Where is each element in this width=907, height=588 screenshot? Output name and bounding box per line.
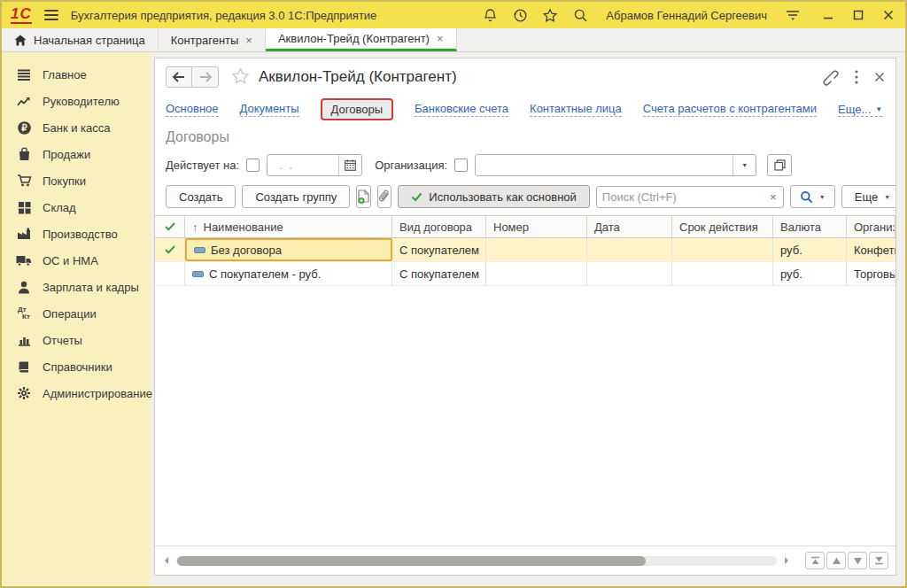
favorite-star-icon[interactable] <box>231 67 250 88</box>
contracts-table: ↑ Наименование Вид договора Номер Дата С… <box>155 215 895 286</box>
organization-input[interactable] <box>476 159 733 172</box>
sidebar-item-operatsii[interactable]: ДтКт Операции <box>2 300 151 327</box>
service-menu-icon[interactable] <box>785 7 801 23</box>
notifications-bell-icon[interactable] <box>482 7 498 23</box>
attachments-paperclip-icon[interactable] <box>377 185 391 208</box>
sidebar-item-glavnoe[interactable]: Главное <box>2 61 151 88</box>
sidebar-item-label: Руководителю <box>43 95 120 108</box>
calendar-icon[interactable] <box>338 155 361 175</box>
sidebar-item-spravochniki[interactable]: Справочники <box>2 353 151 380</box>
current-user[interactable]: Абрамов Геннадий Сергеевич <box>606 9 767 22</box>
search-icon <box>800 190 813 204</box>
column-header-term[interactable]: Срок действия <box>672 216 773 237</box>
minimize-button[interactable] <box>820 7 836 23</box>
more-menu-kebab-icon[interactable] <box>855 70 858 84</box>
sidebar-item-sklad[interactable]: Склад <box>2 194 151 220</box>
cell-value: руб. <box>780 244 802 257</box>
navlink-scheta-raschetov[interactable]: Счета расчетов с контрагентами <box>643 102 817 118</box>
home-icon <box>14 35 27 46</box>
sidebar-item-rukovoditelyu[interactable]: Руководителю <box>2 88 151 114</box>
dropdown-arrow-icon[interactable]: ▼ <box>733 155 756 175</box>
forward-button[interactable] <box>192 66 219 88</box>
navlink-osnovnoe[interactable]: Основное <box>166 102 219 118</box>
column-header-currency[interactable]: Валюта <box>773 216 847 237</box>
search-input[interactable] <box>597 190 764 204</box>
column-header-number[interactable]: Номер <box>486 216 587 237</box>
sidebar-item-bank-i-kassa[interactable]: ₽ Банк и касса <box>2 114 151 141</box>
maximize-button[interactable] <box>850 7 866 23</box>
tab-close-icon[interactable]: × <box>245 34 252 47</box>
contract-currency-cell: руб. <box>773 262 847 285</box>
contract-date-cell <box>587 262 672 285</box>
column-header-name[interactable]: ↑ Наименование <box>185 216 392 237</box>
create-button[interactable]: Создать <box>166 185 236 208</box>
window-title: Бухгалтерия предприятия, редакция 3.0 1С… <box>71 9 377 22</box>
column-header-kind[interactable]: Вид договора <box>392 216 486 237</box>
close-window-button[interactable] <box>880 7 896 23</box>
copy-item-button[interactable] <box>356 185 371 208</box>
navlink-more[interactable]: Еще... ▼ <box>838 103 882 117</box>
horizontal-scrollbar-thumb[interactable] <box>177 556 646 566</box>
use-as-main-toggle[interactable]: Использовать как основной <box>398 185 590 208</box>
create-group-button[interactable]: Создать группу <box>242 185 350 208</box>
tab-home[interactable]: Начальная страница <box>2 28 159 51</box>
more-actions-button[interactable]: Еще ▼ <box>841 185 896 208</box>
contractor-form-panel: Аквилон-Трейд (Контрагент) <box>154 58 896 576</box>
create-group-label: Создать группу <box>255 190 337 204</box>
sidebar-item-zarplata-i-kadry[interactable]: Зарплата и кадры <box>2 274 151 300</box>
back-button[interactable] <box>166 66 192 88</box>
close-form-icon[interactable] <box>874 72 885 82</box>
sidebar-item-proizvodstvo[interactable]: Производство <box>2 220 151 247</box>
favorites-star-icon[interactable] <box>542 7 558 23</box>
contract-org-cell: Торговый дом <box>847 262 895 285</box>
dtkt-icon: ДтКт <box>16 306 32 321</box>
global-search-icon[interactable] <box>572 7 588 23</box>
clear-search-icon[interactable]: × <box>764 187 783 207</box>
check-icon <box>165 222 175 231</box>
navlink-bankovskie-scheta[interactable]: Банковские счета <box>415 102 508 118</box>
sidebar-item-label: Покупки <box>43 174 86 188</box>
book-icon <box>16 359 32 375</box>
tab-close-icon[interactable]: × <box>437 32 444 45</box>
choose-from-list-icon[interactable] <box>767 154 792 176</box>
next-page-button[interactable] <box>848 552 867 569</box>
table-row[interactable]: Без договора С покупателем руб. Конфетпр… <box>155 238 895 262</box>
is-main-column-header[interactable] <box>155 216 185 237</box>
search-options-button[interactable]: ▼ <box>790 185 835 208</box>
tab-akvilon-treid[interactable]: Аквилон-Трейд (Контрагент) × <box>266 28 457 51</box>
previous-page-button[interactable] <box>826 552 846 569</box>
truck-icon <box>16 252 32 268</box>
scroll-left-icon[interactable] <box>162 557 171 564</box>
scroll-right-icon[interactable] <box>782 557 791 564</box>
sidebar-item-otchety[interactable]: Отчеты <box>2 327 151 353</box>
go-to-last-button[interactable] <box>869 552 888 569</box>
navlink-dogovory-highlighted[interactable]: Договоры <box>321 98 393 120</box>
contract-name-cell[interactable]: С покупателем - руб. <box>185 262 392 285</box>
app-window: 1С Бухгалтерия предприятия, редакция 3.0… <box>0 0 907 588</box>
go-to-first-button[interactable] <box>805 552 825 569</box>
table-row[interactable]: С покупателем - руб. С покупателем руб. … <box>155 262 895 286</box>
column-header-date[interactable]: Дата <box>587 216 672 237</box>
navlink-dokumenty[interactable]: Документы <box>240 102 299 118</box>
sort-ascending-icon: ↑ <box>192 220 198 234</box>
horizontal-scrollbar-track[interactable] <box>176 556 777 566</box>
get-link-icon[interactable] <box>822 69 839 86</box>
column-header-organization[interactable]: Организация <box>847 216 895 237</box>
horizontal-scrollbar-row <box>155 545 895 575</box>
history-icon[interactable] <box>512 7 528 23</box>
valid-on-checkbox[interactable] <box>246 159 260 172</box>
contract-number-cell <box>486 262 587 285</box>
navlink-kontaktnye-litsa[interactable]: Контактные лица <box>530 102 622 118</box>
tab-kontragenty[interactable]: Контрагенты × <box>159 28 266 51</box>
organization-checkbox[interactable] <box>454 159 468 172</box>
contract-name-cell-selected[interactable]: Без договора <box>185 238 392 261</box>
main-menu-icon[interactable] <box>44 10 58 20</box>
titlebar: 1С Бухгалтерия предприятия, редакция 3.0… <box>2 2 905 28</box>
sidebar-item-pokupki[interactable]: Покупки <box>2 167 151 194</box>
cart-icon <box>16 173 32 189</box>
sidebar-item-prodazhi[interactable]: Продажи <box>2 141 151 167</box>
sidebar-item-administrirovanie[interactable]: Администрирование <box>2 380 151 406</box>
sidebar-item-os-i-nma[interactable]: ОС и НМА <box>2 247 151 274</box>
contract-item-icon <box>194 247 205 253</box>
date-input[interactable] <box>267 159 338 172</box>
